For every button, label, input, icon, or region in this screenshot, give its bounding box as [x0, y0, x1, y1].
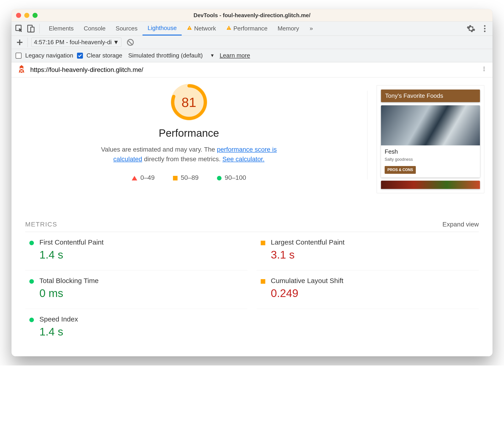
score-legend: 0–49 50–89 90–100 [132, 174, 246, 181]
report-select[interactable]: 4:57:16 PM - foul-heavenly-di ▼ [31, 37, 121, 47]
report-url: https://foul-heavenly-direction.glitch.m… [30, 66, 143, 73]
legacy-nav-checkbox[interactable] [16, 53, 21, 59]
chevron-down-icon: ▼ [113, 39, 119, 46]
more-tabs-icon[interactable]: » [307, 25, 316, 32]
metric-value: 1.4 s [39, 248, 103, 261]
tab-sources[interactable]: Sources [111, 21, 143, 36]
preview-card-sub: Salty goodness [385, 157, 476, 162]
tab-label: Elements [49, 25, 73, 32]
new-report-icon[interactable] [16, 38, 24, 46]
settings-icon[interactable] [467, 24, 476, 33]
average-icon [261, 241, 265, 245]
metric-name: Cumulative Layout Shift [271, 277, 343, 285]
metric-value: 1.4 s [39, 325, 78, 338]
average-icon [261, 279, 265, 284]
pass-icon [29, 241, 34, 245]
metric-row[interactable]: Total Blocking Time0 ms [25, 271, 247, 309]
tab-elements[interactable]: Elements [44, 21, 79, 36]
close-window-button[interactable] [16, 13, 21, 18]
window-title: DevTools - foul-heavenly-direction.glitc… [11, 12, 493, 18]
inspect-element-icon[interactable] [15, 24, 24, 33]
svg-point-12 [484, 68, 485, 69]
legend-average: 50–89 [173, 174, 199, 181]
preview-card-strip [381, 181, 480, 189]
tab-label: Performance [233, 25, 268, 32]
learn-more-link[interactable]: Learn more [220, 52, 250, 59]
metric-row[interactable]: Cumulative Layout Shift0.249 [257, 271, 479, 309]
titlebar: DevTools - foul-heavenly-direction.glitc… [11, 9, 493, 21]
preview-card-title: Fesh [385, 148, 476, 155]
tab-console[interactable]: Console [79, 21, 110, 36]
performance-description: Values are estimated and may vary. The p… [95, 145, 283, 164]
legend-fail: 0–49 [132, 174, 155, 181]
metric-name: Total Blocking Time [39, 277, 99, 285]
metric-value: 3.1 s [271, 248, 345, 261]
metric-row[interactable]: Speed Index1.4 s [25, 309, 247, 347]
clear-icon[interactable] [127, 39, 134, 46]
report-urlbar: https://foul-heavenly-direction.glitch.m… [11, 62, 493, 77]
desc-text-mid: directly from these metrics. [142, 155, 222, 163]
tab-label: Sources [116, 25, 137, 32]
gauge-score: 81 [171, 84, 207, 120]
report-select-label: 4:57:16 PM - foul-heavenly-di [34, 39, 112, 46]
svg-rect-10 [20, 68, 23, 69]
lighthouse-icon [17, 64, 26, 75]
svg-rect-3 [189, 27, 190, 28]
metric-value: 0.249 [271, 287, 343, 300]
report-menu-icon[interactable] [481, 66, 487, 73]
divider [367, 91, 367, 180]
metric-name: First Contentful Paint [39, 238, 103, 246]
svg-point-11 [484, 67, 485, 68]
svg-point-9 [484, 30, 486, 32]
metrics-grid: First Contentful Paint1.4 sLargest Conte… [25, 232, 479, 347]
metric-row[interactable]: Largest Contentful Paint3.1 s [257, 232, 479, 271]
metric-name: Largest Contentful Paint [271, 238, 345, 246]
tab-network[interactable]: Network [182, 21, 221, 36]
divider [27, 37, 28, 47]
tab-label: Console [84, 25, 105, 32]
metric-name: Speed Index [39, 315, 78, 323]
window-controls [16, 13, 37, 18]
metric-row[interactable]: First Contentful Paint1.4 s [25, 232, 247, 271]
warning-icon [187, 25, 192, 32]
devtools-tabbar: ElementsConsoleSourcesLighthouseNetworkP… [11, 21, 493, 36]
tab-lighthouse[interactable]: Lighthouse [143, 21, 182, 36]
divider [39, 24, 40, 33]
tab-performance[interactable]: Performance [221, 21, 273, 36]
score-gauge[interactable]: 81 [171, 84, 207, 120]
devtools-window: DevTools - foul-heavenly-direction.glitc… [11, 9, 493, 356]
metric-value: 0 ms [39, 287, 99, 300]
performance-title: Performance [159, 127, 219, 139]
minimize-window-button[interactable] [24, 13, 29, 18]
see-calculator-link[interactable]: See calculator. [222, 155, 265, 163]
legacy-nav-label: Legacy navigation [25, 52, 73, 59]
kebab-menu-icon[interactable] [480, 24, 489, 33]
svg-rect-6 [229, 29, 229, 29]
preview-card-button: PROS & CONS [385, 166, 416, 174]
chevron-down-icon[interactable]: ▼ [210, 53, 215, 58]
performance-summary: 81 Performance Values are estimated and … [20, 84, 358, 193]
clear-storage-label: Clear storage [87, 52, 122, 59]
preview-card: Fesh Salty goodness PROS & CONS [381, 105, 480, 177]
expand-view-toggle[interactable]: Expand view [442, 221, 479, 228]
preview-card-image [381, 105, 480, 145]
preview-header: Tony's Favorite Foods [381, 90, 480, 102]
svg-point-8 [484, 28, 486, 29]
clear-storage-checkbox[interactable] [77, 53, 83, 59]
zoom-window-button[interactable] [33, 13, 37, 18]
throttling-label: Simulated throttling (default) [128, 52, 203, 59]
tab-memory[interactable]: Memory [273, 21, 304, 36]
circle-icon [217, 176, 221, 181]
lighthouse-options: Legacy navigation Clear storage Simulate… [11, 49, 493, 62]
square-icon [173, 176, 178, 181]
tab-label: Network [194, 25, 216, 32]
svg-point-13 [484, 70, 485, 71]
svg-rect-4 [189, 29, 190, 29]
pass-icon [29, 279, 34, 284]
warning-icon [226, 25, 232, 32]
legend-pass: 90–100 [217, 174, 246, 181]
tabs-container: ElementsConsoleSourcesLighthouseNetworkP… [44, 21, 304, 36]
desc-text-pre: Values are estimated and may vary. The [101, 146, 217, 153]
tab-label: Memory [278, 25, 299, 32]
device-toolbar-icon[interactable] [26, 24, 35, 33]
